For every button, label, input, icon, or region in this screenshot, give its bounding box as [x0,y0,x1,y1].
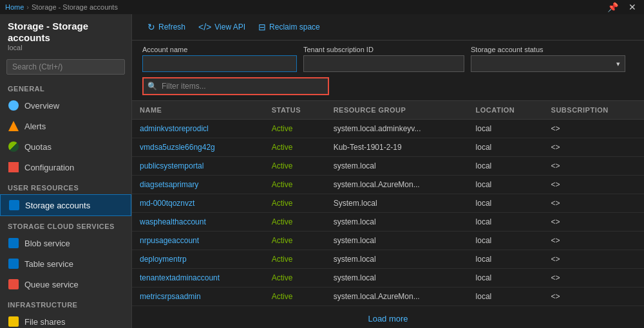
reclaim-space-button[interactable]: ⊟ Reclaim space [253,19,325,35]
sidebar-search-wrapper [0,55,131,78]
cell-resource-group: system.local.AzureMon... [326,176,468,194]
storage-accounts-table: NAME STATUS RESOURCE GROUP LOCATION SUBS… [132,101,644,306]
cell-subscription: <> [544,213,644,232]
cell-name[interactable]: deploymentrp [132,250,264,269]
sidebar-search-input[interactable] [6,59,125,75]
sidebar-header: Storage - Storage accounts local [0,14,131,55]
cell-resource-group: system.local [326,269,468,287]
filter-items-input[interactable] [142,77,329,95]
sidebar-item-table-service[interactable]: Table service [0,253,131,274]
reclaim-label: Reclaim space [269,23,320,32]
tenant-id-input[interactable] [303,55,464,72]
content-area: ↻ Refresh </> View API ⊟ Reclaim space A… [132,14,644,328]
status-label: Storage account status [471,46,625,53]
sidebar-item-queue-service[interactable]: Queue service [0,274,131,295]
filter-search-row: 🔍 [142,77,634,95]
cell-status: Active [264,250,326,269]
table-row: adminkvstoreprodicl Active system.local.… [132,120,644,138]
sidebar: Storage - Storage accounts local GENERAL… [0,14,132,328]
sidebar-item-storage-accounts[interactable]: Storage accounts [0,194,131,216]
table-row: wasphealthaccount Active system.local lo… [132,213,644,232]
cell-location: local [468,287,544,306]
cell-status: Active [264,287,326,306]
status-group: Storage account status Active Inactive [471,46,625,72]
cell-name[interactable]: vmdsa5uzsle66ng42g [132,138,264,157]
table-row: diagsetsaprimary Active system.local.Azu… [132,176,644,194]
cell-name[interactable]: diagsetsaprimary [132,176,264,194]
filter-area: Account name Tenant subscription ID Stor… [132,41,644,101]
status-select[interactable]: Active Inactive [471,55,625,72]
table-row: md-000tqoznvzt Active System.local local… [132,194,644,213]
table-row: metricsrpsaadmin Active system.local.Azu… [132,287,644,306]
toolbar: ↻ Refresh </> View API ⊟ Reclaim space [132,14,644,41]
sidebar-item-overview[interactable]: Overview [0,95,131,116]
sidebar-item-overview-label: Overview [24,101,59,111]
cell-name[interactable]: metricsrpsaadmin [132,287,264,306]
filter-row-main: Account name Tenant subscription ID Stor… [142,46,634,72]
quotas-icon [8,141,19,152]
table-header-row: NAME STATUS RESOURCE GROUP LOCATION SUBS… [132,101,644,120]
sidebar-item-file-shares-label: File shares [24,317,66,327]
cell-location: local [468,269,544,287]
pin-icon[interactable]: 📌 [605,2,621,12]
cell-name[interactable]: adminkvstoreprodicl [132,120,264,138]
table-row: publicsystemportal Active system.local l… [132,157,644,176]
cell-resource-group: system.local.AzureMon... [326,287,468,306]
cell-resource-group: Kub-Test-1901-2-19 [326,138,468,157]
cell-status: Active [264,213,326,232]
sidebar-item-alerts[interactable]: Alerts [0,116,131,136]
table-container: NAME STATUS RESOURCE GROUP LOCATION SUBS… [132,101,644,328]
cell-name[interactable]: nrpusageaccount [132,232,264,250]
breadcrumb-home[interactable]: Home [5,3,24,11]
sidebar-item-alerts-label: Alerts [24,122,46,131]
cell-subscription: <> [544,287,644,306]
sidebar-item-blob-service[interactable]: Blob service [0,233,131,253]
sidebar-item-quotas[interactable]: Quotas [0,136,131,157]
view-api-button[interactable]: </> View API [193,19,251,35]
sidebar-section-user-resources: USER RESOURCES [0,178,131,194]
cell-location: local [468,232,544,250]
table-row: vmdsa5uzsle66ng42g Active Kub-Test-1901-… [132,138,644,157]
storage-accounts-icon [8,199,20,211]
cell-subscription: <> [544,232,644,250]
load-more-container: Load more [132,306,644,328]
tenant-id-label: Tenant subscription ID [303,46,464,53]
sidebar-item-quotas-label: Quotas [24,142,52,152]
cell-status: Active [264,120,326,138]
account-name-label: Account name [142,46,297,53]
sidebar-section-storage-cloud: STORAGE CLOUD SERVICES [0,216,131,233]
account-name-input[interactable] [142,55,297,72]
col-status: STATUS [264,101,326,120]
sidebar-item-file-shares[interactable]: File shares [0,311,131,328]
cell-location: local [468,157,544,176]
cell-name[interactable]: publicsystemportal [132,157,264,176]
cell-name[interactable]: md-000tqoznvzt [132,194,264,213]
cell-status: Active [264,176,326,194]
filter-search-icon: 🔍 [147,82,157,91]
cell-status: Active [264,194,326,213]
refresh-button[interactable]: ↻ Refresh [142,19,191,35]
alerts-icon [8,120,19,132]
load-more-link[interactable]: Load more [368,314,408,323]
cell-location: local [468,194,544,213]
sidebar-item-storage-accounts-label: Storage accounts [25,201,90,210]
cell-status: Active [264,157,326,176]
sidebar-item-table-label: Table service [24,259,73,269]
cell-name[interactable]: tenantextadminaccount [132,269,264,287]
refresh-icon: ↻ [147,22,155,32]
cell-resource-group: system.local [326,250,468,269]
cell-subscription: <> [544,157,644,176]
blob-icon [8,237,19,249]
col-name: NAME [132,101,264,120]
sidebar-item-blob-label: Blob service [24,239,70,248]
overview-icon [8,100,19,111]
reclaim-icon: ⊟ [258,22,266,32]
close-icon[interactable]: ✕ [626,2,639,12]
cell-name[interactable]: wasphealthaccount [132,213,264,232]
breadcrumb-current: Storage - Storage accounts [32,3,118,11]
table-row: nrpusageaccount Active system.local loca… [132,232,644,250]
cell-subscription: <> [544,120,644,138]
breadcrumb-sep: › [26,3,29,11]
sidebar-item-configuration[interactable]: Configuration [0,157,131,178]
cell-location: local [468,176,544,194]
